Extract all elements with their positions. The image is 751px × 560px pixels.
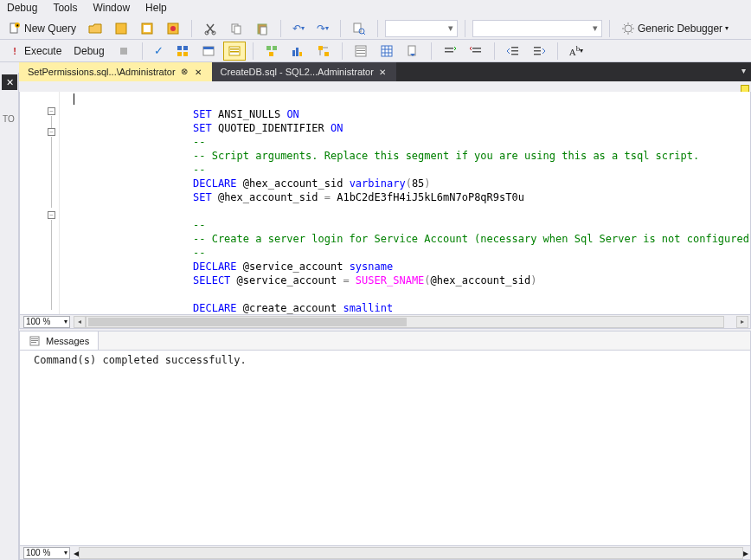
separator: [377, 20, 378, 37]
tabwell-overflow-button[interactable]: ▾: [736, 62, 751, 81]
copy-button[interactable]: [225, 19, 247, 38]
messages-body[interactable]: Command(s) completed successfully.: [20, 351, 750, 545]
cancel-query-button[interactable]: [112, 42, 135, 61]
svg-rect-29: [269, 52, 273, 56]
code-line: DECLARE @hex_account_sid varbinary(85): [193, 177, 431, 190]
messages-text: Command(s) completed successfully.: [34, 354, 247, 366]
include-stats-button[interactable]: [286, 42, 309, 61]
svg-rect-17: [120, 48, 127, 55]
debug-button[interactable]: Debug: [69, 42, 108, 61]
svg-rect-33: [318, 46, 323, 50]
editor-gutter[interactable]: − − −: [20, 92, 60, 314]
hscroll-right-button[interactable]: ▸: [736, 316, 748, 328]
editor-zoom-combo[interactable]: 100 % ▾: [23, 316, 70, 328]
sql-editor[interactable]: − − − SET ANSI_NULLS ONSET QUOTED_IDENTI…: [19, 92, 751, 329]
svg-rect-36: [356, 48, 365, 48]
results-to-grid-button[interactable]: [376, 42, 398, 61]
svg-rect-21: [183, 52, 188, 56]
scroll-thumb[interactable]: [88, 318, 407, 326]
svg-rect-18: [177, 46, 182, 50]
include-live-stats-button[interactable]: [312, 42, 335, 61]
svg-rect-34: [324, 52, 329, 56]
available-db-combo[interactable]: ▾: [472, 20, 602, 37]
fold-toggle[interactable]: −: [48, 107, 55, 115]
left-dock-tab[interactable]: TO: [3, 114, 15, 124]
document-tab-active[interactable]: SetPermissions.sql...\Administrator⊕✕: [19, 62, 212, 81]
close-icon[interactable]: ✕: [379, 68, 388, 76]
cut-button[interactable]: [199, 19, 221, 38]
code-line: --: [193, 163, 205, 177]
db-engine-query-button[interactable]: [110, 19, 132, 38]
document-tab[interactable]: CreateDB.sql - SQL2...Administrator✕: [212, 62, 396, 81]
code-line: --: [193, 135, 205, 149]
code-line: DECLARE @create_account smallint: [193, 301, 393, 314]
svg-rect-45: [511, 47, 518, 48]
messages-status-bar: 100 % ▾ ◂ ▸: [20, 545, 750, 559]
fold-toggle[interactable]: −: [48, 211, 55, 219]
menu-window[interactable]: Window: [93, 2, 130, 17]
separator: [431, 42, 432, 60]
svg-rect-31: [296, 48, 298, 56]
fold-line: [51, 220, 52, 310]
new-query-icon: ★: [8, 22, 22, 35]
separator: [342, 42, 343, 60]
menu-help[interactable]: Help: [145, 2, 167, 17]
menu-tools[interactable]: Tools: [53, 2, 77, 17]
separator: [191, 20, 192, 37]
messages-panel: Messages Command(s) completed successful…: [19, 331, 751, 560]
comment-button[interactable]: [439, 42, 461, 61]
panel-close-button[interactable]: ✕: [2, 74, 17, 90]
increase-indent-button[interactable]: [528, 42, 550, 61]
separator: [280, 20, 281, 37]
parse-button[interactable]: ✓: [150, 42, 168, 61]
svg-rect-42: [445, 51, 453, 53]
include-plan-button[interactable]: [260, 42, 283, 61]
fold-toggle[interactable]: −: [48, 128, 55, 136]
mdx-query-button[interactable]: [162, 19, 184, 38]
paste-button[interactable]: [251, 19, 273, 38]
hscroll-right-button[interactable]: ▸: [743, 547, 748, 559]
svg-rect-43: [472, 48, 481, 49]
results-to-text-button[interactable]: [350, 42, 372, 61]
close-icon[interactable]: ✕: [195, 68, 203, 76]
messages-zoom-combo[interactable]: 100 % ▾: [23, 547, 70, 559]
svg-rect-48: [534, 47, 541, 48]
specify-values-button[interactable]: Ab▾: [565, 42, 588, 61]
debugger-combo-button[interactable]: Generic Debugger ▾: [617, 19, 733, 38]
undo-button[interactable]: ↶▾: [288, 19, 309, 38]
decrease-indent-button[interactable]: [502, 42, 524, 61]
execute-button[interactable]: ! Execute: [3, 42, 66, 61]
separator: [142, 42, 143, 60]
editor-zoom-value: 100 %: [26, 317, 50, 326]
analysis-query-button[interactable]: [136, 19, 158, 38]
editor-content[interactable]: SET ANSI_NULLS ONSET QUOTED_IDENTIFIER O…: [60, 92, 750, 314]
editor-hscroll[interactable]: [86, 316, 724, 328]
uncomment-button[interactable]: [465, 42, 487, 61]
menu-debug[interactable]: Debug: [7, 2, 37, 17]
svg-rect-19: [183, 46, 188, 50]
open-file-button[interactable]: [84, 19, 106, 38]
messages-tab[interactable]: Messages: [20, 331, 99, 350]
svg-rect-54: [31, 342, 36, 343]
document-tabs: SetPermissions.sql...\Administrator⊕✕Cre…: [19, 62, 751, 81]
svg-rect-38: [356, 53, 365, 54]
pin-icon[interactable]: ⊕: [178, 66, 190, 78]
svg-rect-41: [445, 48, 453, 49]
intellisense-button[interactable]: [223, 42, 246, 61]
execute-label: Execute: [24, 45, 61, 57]
messages-tab-label: Messages: [46, 336, 89, 346]
hscroll-left-button[interactable]: ◂: [74, 316, 86, 328]
display-plan-button[interactable]: [171, 42, 194, 61]
chevron-down-icon: ▾: [64, 318, 67, 325]
solution-configs-combo[interactable]: ▾: [385, 20, 458, 37]
svg-rect-52: [31, 338, 38, 339]
redo-button[interactable]: ↷▾: [312, 19, 333, 38]
query-options-button[interactable]: [197, 42, 220, 61]
code-line: SET @hex_account_sid = A1bC2dE3fH4iJ5kL6…: [193, 190, 524, 204]
separator: [465, 20, 465, 37]
separator: [609, 20, 610, 37]
messages-hscroll[interactable]: [79, 547, 743, 559]
find-in-files-button[interactable]: [348, 19, 370, 38]
new-query-button[interactable]: ★ New Query: [3, 19, 80, 38]
results-to-file-button[interactable]: [401, 42, 424, 61]
